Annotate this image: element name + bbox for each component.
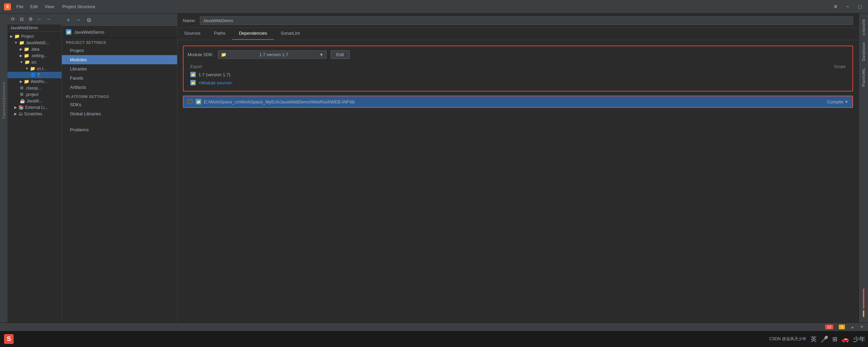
tab-sonarlint[interactable]: SonarLint bbox=[274, 28, 307, 40]
sdk-item-text: 1.7 (version 1.7) bbox=[198, 72, 230, 77]
remove-module-button[interactable]: − bbox=[75, 16, 82, 24]
app-icon: S bbox=[4, 3, 11, 10]
tree-item-idea[interactable]: ▶ 📁 .idea bbox=[7, 46, 62, 52]
classpath-icon: ⚙ bbox=[20, 85, 24, 90]
close-button[interactable]: ✕ bbox=[831, 3, 839, 11]
minimize-button[interactable]: − bbox=[844, 3, 852, 11]
tree-item-external-libs[interactable]: ▶ 📚 External Li... bbox=[7, 104, 62, 111]
right-panel-database[interactable]: Database bbox=[860, 39, 867, 64]
dependencies-content: Module SDK: 📁 1.7 version 1.7 ▼ Edit Exp… bbox=[177, 40, 858, 323]
tree-label-java: JavaW... bbox=[27, 99, 42, 103]
folder-icon-cn: 📁 bbox=[30, 66, 35, 71]
right-panel-jclasslib[interactable]: jclasslib bbox=[860, 16, 867, 38]
nav-project[interactable]: Project bbox=[62, 46, 177, 55]
tree-label-webroot: WebRo... bbox=[31, 79, 48, 84]
project-name: JavaWebDemo bbox=[74, 30, 104, 35]
sdk-item-java17: 📁 1.7 (version 1.7) bbox=[188, 70, 848, 79]
lib-scope[interactable]: Compile ▼ bbox=[827, 99, 848, 104]
tree-item-project-file[interactable]: ⚙ .project bbox=[7, 91, 62, 98]
tree-item-project[interactable]: ▶ 📁 Project bbox=[7, 33, 62, 39]
up-arrow[interactable]: ▲ bbox=[850, 325, 854, 329]
nav-facets[interactable]: Facets bbox=[62, 73, 177, 83]
name-input[interactable] bbox=[200, 16, 853, 25]
down-arrow[interactable]: ▼ bbox=[860, 325, 864, 329]
tree-item-cn[interactable]: ▼ 📁 cn.t... bbox=[7, 65, 62, 72]
tree-item-webroot[interactable]: ▶ 📁 WebRo... bbox=[7, 78, 62, 85]
tab-sources[interactable]: Sources bbox=[177, 28, 207, 40]
scope-label: Scope bbox=[834, 64, 846, 69]
right-panel-plantuml[interactable]: PlantUML bbox=[860, 65, 867, 89]
window-title: Project Structure bbox=[62, 4, 95, 9]
lib-scope-text: Compile bbox=[827, 99, 843, 104]
tree-item-javawebdemo[interactable]: ▼ 📁 JavaWebD... bbox=[7, 39, 62, 46]
s-icon-group: S bbox=[4, 334, 14, 344]
menu-view[interactable]: View bbox=[42, 3, 57, 10]
libs-icon: 📚 bbox=[18, 105, 24, 110]
sdk-dropdown-arrow: ▼ bbox=[319, 52, 324, 57]
nav-artifacts[interactable]: Artifacts bbox=[62, 83, 177, 92]
java-icon: ☕ bbox=[20, 98, 25, 103]
nav-libraries[interactable]: Libraries bbox=[62, 64, 177, 73]
project-tree-toolbar: ⟳ ⊟ ⚙ ← → bbox=[7, 14, 62, 24]
tabs-bar: Sources Paths Dependencies SonarLint bbox=[177, 28, 858, 40]
library-row[interactable]: 📁 E:\WorkSpace_cx\WorkSpace_MyEcli\JavaW… bbox=[184, 96, 852, 107]
tree-label-idea: .idea bbox=[31, 47, 39, 52]
module-sdk-section: Module SDK: 📁 1.7 version 1.7 ▼ Edit Exp… bbox=[183, 46, 853, 92]
taskbar-icon-voice[interactable]: 🎤 bbox=[821, 335, 828, 343]
taskbar-icon-s[interactable]: S bbox=[3, 333, 15, 345]
tree-item-settings[interactable]: ▶ 📁 .setting... bbox=[7, 52, 62, 59]
settings-icon[interactable]: ⚙ bbox=[27, 16, 34, 22]
nav-problems[interactable]: Problems bbox=[62, 125, 177, 134]
refresh-icon[interactable]: ⟳ bbox=[10, 16, 16, 22]
settings-toolbar: + − ⧉ bbox=[62, 14, 177, 27]
project-file-icon: ⚙ bbox=[20, 92, 24, 97]
back-icon[interactable]: ← bbox=[36, 16, 43, 22]
copy-module-button[interactable]: ⧉ bbox=[85, 16, 92, 24]
tree-label-t: T bbox=[37, 73, 40, 78]
forward-icon[interactable]: → bbox=[45, 16, 52, 22]
menu-file[interactable]: File bbox=[14, 3, 26, 10]
nav-global-libraries[interactable]: Global Libraries bbox=[62, 109, 177, 118]
window-controls: ✕ − □ bbox=[831, 3, 864, 11]
structure-label: Structure bbox=[2, 82, 6, 100]
edit-button[interactable]: Edit bbox=[331, 50, 350, 59]
arrow-project: ▶ bbox=[10, 34, 13, 38]
maximize-button[interactable]: □ bbox=[856, 3, 864, 11]
module-sdk-select[interactable]: 📁 1.7 version 1.7 ▼ bbox=[218, 50, 327, 59]
tree-item-java[interactable]: ☕ JavaW... bbox=[7, 98, 62, 104]
tree-item-src[interactable]: ▼ 📁 src bbox=[7, 59, 62, 65]
library-section: 📁 E:\WorkSpace_cx\WorkSpace_MyEcli\JavaW… bbox=[183, 96, 853, 108]
folder-icon-project: 📁 bbox=[14, 34, 20, 39]
module-sdk-row: Module SDK: 📁 1.7 version 1.7 ▼ Edit bbox=[188, 50, 848, 59]
tab-dependencies[interactable]: Dependencies bbox=[232, 28, 274, 40]
taskbar-icon-en[interactable]: 英 bbox=[811, 335, 817, 343]
tab-paths[interactable]: Paths bbox=[207, 28, 232, 40]
taskbar-icon-extra[interactable]: 少年 bbox=[853, 335, 865, 343]
sdk-item-icon: 📁 bbox=[190, 72, 196, 77]
nav-modules[interactable]: Modules bbox=[62, 55, 177, 64]
scratches-icon: 🗂 bbox=[18, 111, 23, 116]
project-tree: ⟳ ⊟ ⚙ ← → JavaWebDemo ▶ 📁 Project ▼ 📁 Ja… bbox=[7, 14, 62, 323]
taskbar-icon-grid[interactable]: ⊞ bbox=[832, 335, 837, 343]
tree-label-javawebdemo: JavaWebD... bbox=[26, 40, 49, 45]
project-selector[interactable]: 📁 JavaWebDemo bbox=[62, 27, 177, 38]
export-label: Export bbox=[190, 64, 202, 69]
tree-item-classpath[interactable]: ⚙ .classp... bbox=[7, 85, 62, 91]
name-label: Name: bbox=[183, 18, 196, 23]
sdk-item-module-source: 📁 <Module source> bbox=[188, 79, 848, 87]
add-module-button[interactable]: + bbox=[65, 16, 72, 24]
tree-item-t[interactable]: 🔵 T bbox=[7, 72, 62, 78]
menu-edit[interactable]: Edit bbox=[28, 3, 40, 10]
main-content: Name: Sources Paths Dependencies SonarLi… bbox=[177, 14, 858, 323]
bottom-taskbar: S CSDN @追风天少年 英 🎤 ⊞ 🚗 少年 bbox=[0, 331, 868, 347]
csdn-text: CSDN @追风天少年 bbox=[769, 336, 806, 342]
warning-indicator bbox=[863, 310, 864, 317]
nav-sdks[interactable]: SDKs bbox=[62, 100, 177, 109]
tree-item-scratches[interactable]: ▶ 🗂 Scratches bbox=[7, 111, 62, 117]
structure-tab[interactable]: Structure Favorites bbox=[0, 14, 7, 323]
collapse-icon[interactable]: ⊟ bbox=[18, 16, 25, 22]
taskbar-icon-car[interactable]: 🚗 bbox=[841, 335, 849, 343]
lib-checkbox[interactable] bbox=[188, 99, 192, 104]
tree-label-project-file: .project bbox=[25, 92, 38, 97]
folder-icon-settings: 📁 bbox=[24, 53, 29, 58]
